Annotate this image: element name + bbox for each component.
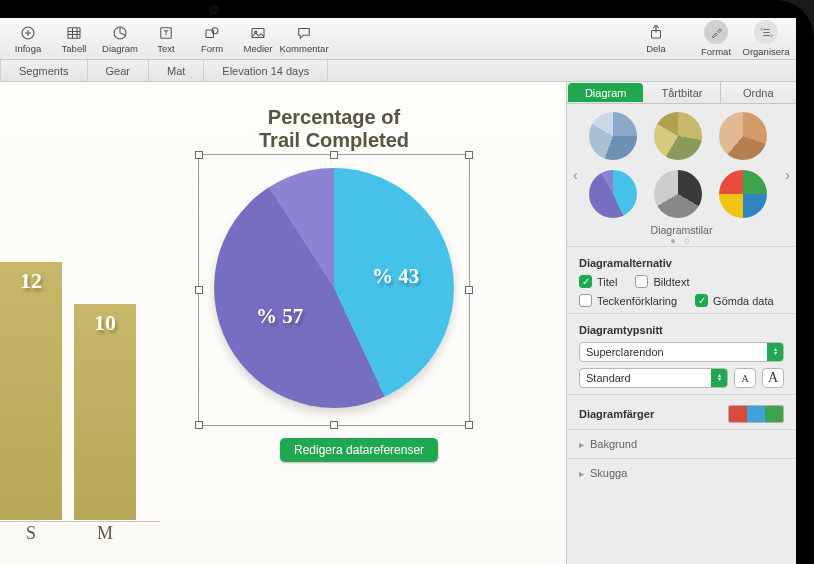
organize-button[interactable]: Organisera bbox=[742, 20, 790, 57]
comment-label: Kommentar bbox=[279, 43, 328, 54]
chart-style-swatch[interactable] bbox=[719, 170, 767, 218]
chart-style-swatch[interactable] bbox=[719, 112, 767, 160]
bar-category-label: S bbox=[0, 523, 62, 544]
pie-title-line: Trail Completed bbox=[259, 129, 409, 151]
chart-style-swatch[interactable] bbox=[654, 170, 702, 218]
chart-options-section: Diagramalternativ Titel Bildtext Teckenf… bbox=[567, 246, 796, 313]
chevron-right-icon[interactable]: › bbox=[781, 163, 794, 187]
share-button[interactable]: Dela bbox=[632, 23, 680, 54]
carousel-dots[interactable]: ● ○ bbox=[589, 236, 774, 246]
chart-style-swatch[interactable] bbox=[589, 112, 637, 160]
stepper-icon bbox=[711, 369, 727, 387]
paintbrush-icon bbox=[704, 20, 728, 44]
chart-label: Diagram bbox=[102, 43, 138, 54]
checkbox-icon bbox=[579, 294, 592, 307]
section-title: Diagramtypsnitt bbox=[579, 324, 784, 336]
font-size-down-button[interactable]: A bbox=[734, 368, 756, 388]
tab-arrange[interactable]: Ordna bbox=[721, 82, 796, 103]
color-palette-button[interactable] bbox=[728, 405, 784, 423]
canvas-area[interactable]: 12 10 S M Percentage of Trail Completed bbox=[0, 82, 566, 564]
chart-font-section: Diagramtypsnitt Superclarendon Standard … bbox=[567, 313, 796, 394]
shadow-disclosure[interactable]: Skugga bbox=[567, 458, 796, 487]
resize-handle[interactable] bbox=[195, 286, 203, 294]
table-button[interactable]: Tabell bbox=[52, 19, 96, 59]
resize-handle[interactable] bbox=[465, 421, 473, 429]
svg-rect-6 bbox=[252, 28, 264, 37]
pie-title-line: Percentage of bbox=[268, 106, 400, 128]
media-button[interactable]: Medier bbox=[236, 19, 280, 59]
sheet-tabs: Segments Gear Mat Elevation 14 days bbox=[0, 60, 796, 82]
pie-wedge-label: % 43 bbox=[372, 264, 419, 289]
resize-handle[interactable] bbox=[330, 151, 338, 159]
checkbox-icon bbox=[695, 294, 708, 307]
text-button[interactable]: Text bbox=[144, 19, 188, 59]
pie-wedge-label: % 57 bbox=[256, 304, 303, 329]
format-label: Format bbox=[701, 46, 731, 57]
section-title: Diagramalternativ bbox=[579, 257, 784, 269]
bar-value: 10 bbox=[94, 310, 116, 336]
font-style-select[interactable]: Standard bbox=[579, 368, 728, 388]
organize-icon bbox=[754, 20, 778, 44]
chart-style-swatch[interactable] bbox=[654, 112, 702, 160]
checkbox-icon bbox=[635, 275, 648, 288]
background-disclosure[interactable]: Bakgrund bbox=[567, 429, 796, 458]
chart-style-swatch[interactable] bbox=[589, 170, 637, 218]
font-family-select[interactable]: Superclarendon bbox=[579, 342, 784, 362]
sheet-tab[interactable]: Mat bbox=[149, 60, 204, 81]
checkbox-hidden-data[interactable]: Gömda data bbox=[695, 294, 774, 307]
styles-caption: Diagramstilar bbox=[589, 224, 774, 236]
share-label: Dela bbox=[646, 43, 666, 54]
text-label: Text bbox=[157, 43, 174, 54]
checkbox-legend[interactable]: Teckenförklaring bbox=[579, 294, 677, 307]
sheet-tab[interactable]: Gear bbox=[88, 60, 149, 81]
tab-wedges[interactable]: Tårtbitar bbox=[644, 82, 720, 103]
chevron-left-icon[interactable]: ‹ bbox=[569, 163, 582, 187]
resize-handle[interactable] bbox=[465, 151, 473, 159]
bar-chart[interactable]: 12 10 S M bbox=[0, 222, 160, 542]
bar[interactable]: 10 bbox=[74, 304, 136, 520]
shape-button[interactable]: Form bbox=[190, 19, 234, 59]
edit-data-references-button[interactable]: Redigera datareferenser bbox=[280, 438, 438, 462]
font-size-up-button[interactable]: A bbox=[762, 368, 784, 388]
toolbar: Infoga Tabell Diagram Text Form Medier K… bbox=[0, 18, 796, 60]
organize-label: Organisera bbox=[743, 46, 790, 57]
insert-label: Infoga bbox=[15, 43, 41, 54]
checkbox-caption[interactable]: Bildtext bbox=[635, 275, 689, 288]
bar-category-label: M bbox=[74, 523, 136, 544]
resize-handle[interactable] bbox=[330, 421, 338, 429]
resize-handle[interactable] bbox=[195, 151, 203, 159]
comment-button[interactable]: Kommentar bbox=[282, 19, 326, 59]
bar[interactable]: 12 bbox=[0, 262, 62, 520]
table-label: Tabell bbox=[62, 43, 87, 54]
chart-button[interactable]: Diagram bbox=[98, 19, 142, 59]
format-button[interactable]: Format bbox=[692, 20, 740, 57]
chart-styles-carousel: ‹ › Diagramstilar ● ○ bbox=[567, 104, 796, 246]
inspector-tabs: Diagram Tårtbitar Ordna bbox=[567, 82, 796, 104]
tab-diagram[interactable]: Diagram bbox=[568, 83, 643, 102]
svg-rect-1 bbox=[68, 27, 80, 38]
inspector-panel: Diagram Tårtbitar Ordna ‹ › Diagramstila… bbox=[566, 82, 796, 564]
sheet-tab[interactable]: Segments bbox=[0, 60, 88, 81]
checkbox-icon bbox=[579, 275, 592, 288]
checkbox-title[interactable]: Titel bbox=[579, 275, 617, 288]
bar-value: 12 bbox=[20, 268, 42, 294]
chart-colors-section: Diagramfärger bbox=[567, 394, 796, 429]
svg-point-5 bbox=[212, 27, 218, 33]
resize-handle[interactable] bbox=[195, 421, 203, 429]
media-label: Medier bbox=[243, 43, 272, 54]
section-title: Diagramfärger bbox=[579, 408, 654, 420]
stepper-icon bbox=[767, 343, 783, 361]
sheet-tab[interactable]: Elevation 14 days bbox=[204, 60, 328, 81]
insert-button[interactable]: Infoga bbox=[6, 19, 50, 59]
resize-handle[interactable] bbox=[465, 286, 473, 294]
shape-label: Form bbox=[201, 43, 223, 54]
